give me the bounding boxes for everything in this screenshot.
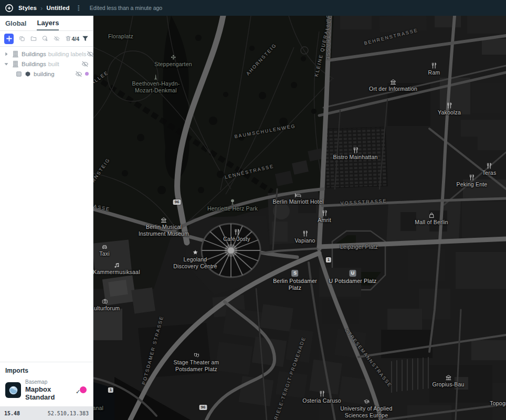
layer-row-buildings-built[interactable]: Buildings built [0,59,93,69]
basemap-kind: Basemap [25,379,76,385]
poi-label: Berlin MusicalInstrument Museum [139,217,189,237]
duplicate-icon[interactable] [19,35,25,43]
layer-name: Buildings [22,51,46,57]
delete-trash-icon[interactable] [65,35,71,43]
layers-toolbar: 4/4 [0,31,93,47]
layer-name: building [34,71,55,77]
ubahn-icon: U [350,270,356,277]
route-shield: 96 [173,200,181,205]
left-panel: Global Layers 4/4 Buildings building lab… [0,16,93,420]
poi-label: Mall of Berlin [415,212,448,226]
street-label: BEHRENSTRASSE [364,27,419,46]
add-layer-button[interactable] [4,34,14,44]
sbahn-icon: S [291,270,298,277]
buildings-layer-icon [12,50,19,58]
poi-label: Henriette Herz Park [207,198,258,212]
layer-count: 4/4 [71,36,79,42]
basemap-import-row[interactable]: Basemap Mapbox Standard ✓ [5,379,88,401]
layer-row-buildings-labels[interactable]: Buildings building labels [0,49,93,59]
map-coordinates: 52.510,13.383 [48,411,89,416]
poi-label: Yakoolza [438,102,461,116]
poi-label: Gropius-Bau [432,374,464,388]
tree-icon [229,198,236,205]
poi-label: Café Josty [223,229,250,243]
restaurant-icon [319,391,325,397]
imports-section: Imports Basemap Mapbox Standard ✓ [0,362,93,406]
poi-label: LegolandDiscovery Centre [173,249,217,269]
poi-label: Ram [428,62,440,76]
street-label: RASSE [93,203,111,212]
tab-global[interactable]: Global [5,16,26,30]
map-label-layer: FloraplatzSteppengartenBeethoven-Haydn-M… [93,16,506,420]
basemap-globe-icon [5,382,21,398]
restaurant-icon [446,102,452,109]
street-label: POTSDAMER STRASSE [141,315,165,385]
layer-row-building[interactable]: building [0,69,93,79]
poi-label: Steppengarten [154,54,192,68]
poi-label: Floraplatz [108,33,133,40]
poi-label: Beethoven-Haydn-Mozart-Denkmal [132,74,180,93]
theater-icon [193,352,199,359]
style-menu-kebab-icon[interactable]: ⋮ [75,4,82,12]
poi-label: kanal [93,405,103,412]
poi-label: Kammermusiksaal [93,262,140,276]
toggle-knob [80,386,87,393]
plus-icon [6,35,13,42]
basemap-name: Mapbox Standard [25,385,76,401]
poi-label: Kulturforum [93,298,120,312]
street-label: VOSSSTRASSE [340,198,387,206]
street-label: BAUMSCHULENWEG [234,123,296,139]
restaurant-icon [234,229,240,235]
poi-label: University of AppliedSciences Europe [340,398,392,418]
street-label: ALLEE [93,70,109,86]
monument-icon [153,74,159,80]
layer-name: Buildings [22,61,46,67]
museum-icon [445,374,451,381]
top-bar: Styles › Untitled ⋮ Edited less than a m… [0,0,506,16]
caret-right-icon[interactable] [3,51,9,57]
caret-down-icon[interactable] [3,61,9,67]
poi-label: Peking Ente [457,174,488,188]
street-label: LENNÉSTRASSE [224,163,275,180]
restaurant-icon [352,147,359,153]
buildings-layer-icon [12,60,19,68]
camera-icon [102,298,108,304]
filter-funnel-icon[interactable] [82,35,89,42]
layer-subname: building labels [48,51,87,57]
restaurant-icon [431,62,437,69]
school-icon [363,398,370,405]
map-canvas[interactable]: FloraplatzSteppengartenBeethoven-Haydn-M… [93,16,506,420]
poi-label: SBerlin PotsdamerPlatz [273,270,317,291]
museum-icon [390,79,396,85]
select-target-icon[interactable] [42,35,48,43]
taxi-icon [101,244,108,250]
music-icon [113,262,120,268]
poi-label: Stage Theater amPotsdamer Platz [173,352,219,372]
visibility-eye-off-icon[interactable] [81,60,89,68]
hide-layers-eye-off-icon[interactable] [54,35,60,43]
mapbox-logo-icon[interactable] [5,4,14,13]
style-title[interactable]: Untitled [46,5,69,11]
fill-extrusion-icon [25,71,31,77]
poi-label: UU Potsdamer Platz [329,270,377,285]
shop-icon [428,212,435,218]
street-label: RNSTEIG [93,157,111,183]
zoom-level: 15.48 [4,411,20,416]
hotel-icon [295,192,301,198]
poi-label: Vapiano [294,230,315,244]
poi-label: Osteria Caruso [302,391,341,404]
route-shield: 1 [326,257,331,262]
visibility-eye-off-icon[interactable] [75,70,82,78]
poi-label: Leipziger Platz [340,244,378,250]
poi-label: Topogra [490,400,506,407]
component-square-icon [16,71,22,77]
basemap-toggle[interactable]: ✓ [76,386,88,394]
attraction-icon [192,249,198,256]
visibility-eye-off-icon[interactable] [87,50,94,58]
tab-layers[interactable]: Layers [37,16,59,30]
breadcrumb-styles[interactable]: Styles [18,5,37,11]
restaurant-icon [302,230,308,237]
group-folder-icon[interactable] [30,35,37,43]
flower-icon [170,54,176,60]
poi-label: Ort der Information [369,79,417,92]
